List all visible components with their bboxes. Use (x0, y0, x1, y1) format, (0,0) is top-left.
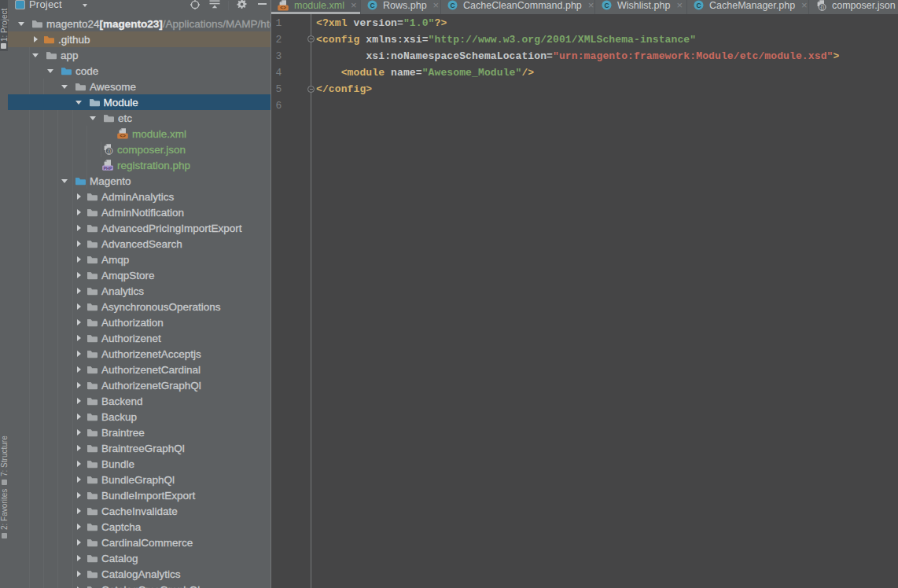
svg-text:<>: <> (280, 6, 286, 11)
svg-text:C: C (696, 2, 701, 9)
svg-text:C: C (370, 2, 374, 9)
svg-text:{): {) (820, 4, 823, 10)
svg-text:C: C (450, 2, 455, 9)
svg-text:C: C (604, 2, 609, 9)
svg-text:<>: <> (120, 134, 126, 139)
svg-text:PHP: PHP (103, 166, 112, 171)
svg-text:{): {) (107, 148, 110, 154)
